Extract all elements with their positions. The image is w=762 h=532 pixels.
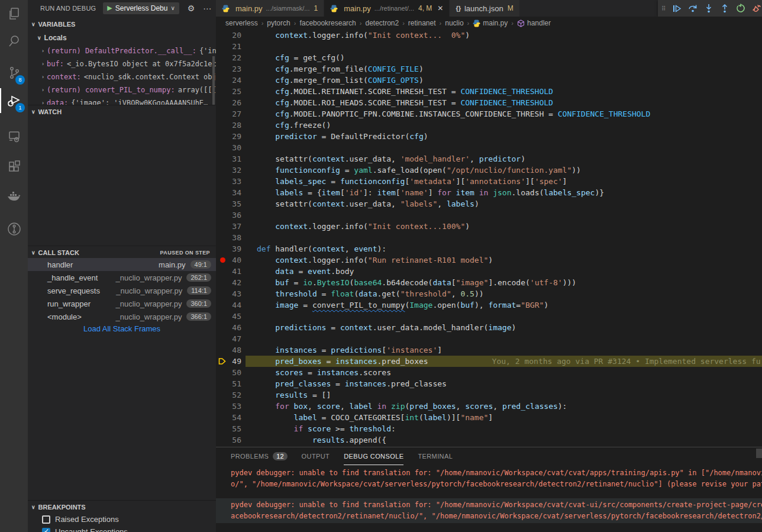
docker-icon[interactable] <box>0 183 28 211</box>
code-line-37[interactable]: 37context.logger.info("Init context...10… <box>216 221 762 232</box>
explorer-icon[interactable] <box>0 0 28 27</box>
code-line-27[interactable]: 27cfg.MODEL.PANOPTIC_FPN.COMBINE.INSTANC… <box>216 108 762 120</box>
expand-chevron-icon[interactable]: › <box>42 100 44 105</box>
breadcrumb-item[interactable]: detectron2 <box>365 19 399 27</box>
code-line-38[interactable]: 38 <box>216 232 762 243</box>
code-line-23[interactable]: 23cfg.merge_from_file(CONFIG_FILE) <box>216 63 762 75</box>
debug-console-output[interactable]: pydev debugger: unable to find translati… <box>216 466 762 532</box>
breadcrumb-item[interactable]: handler <box>517 19 551 27</box>
code-line-22[interactable]: 22cfg = get_cfg() <box>216 52 762 63</box>
code-line-26[interactable]: 26cfg.MODEL.ROI_HEADS.SCORE_THRESH_TEST … <box>216 97 762 108</box>
code-line-44[interactable]: 44image = convert_PIL_to_numpy(Image.ope… <box>216 299 762 311</box>
breadcrumb-item[interactable]: retinanet <box>408 19 436 27</box>
code-line-41[interactable]: 41data = event.body <box>216 266 762 277</box>
panel-tab-terminal[interactable]: TERMINAL <box>418 447 453 465</box>
run-and-debug-icon[interactable]: 1 <box>0 87 28 114</box>
source-control-icon[interactable]: 8 <box>0 59 28 86</box>
call-stack-frame[interactable]: run_wrapper_nuclio_wrapper.py360:1 <box>28 297 216 310</box>
expand-chevron-icon[interactable]: › <box>42 87 44 93</box>
expand-chevron-icon[interactable]: › <box>42 48 44 54</box>
breadcrumb-item[interactable]: pytorch <box>267 19 290 27</box>
code-line-28[interactable]: 28cfg.freeze() <box>216 120 762 131</box>
breadcrumb-item[interactable]: main.py <box>473 19 508 27</box>
variable-row[interactable]: ›(return) DefaultPredictor.__call__:{'in… <box>28 44 216 57</box>
start-debug-icon[interactable]: ▶ <box>107 4 112 12</box>
breakpoint-row[interactable]: Uncaught Exceptions <box>28 525 216 532</box>
breakpoint-row[interactable]: Raised Exceptions <box>28 513 216 525</box>
restart-button[interactable] <box>735 3 746 14</box>
code-line-54[interactable]: 54label = COCO_CATEGORIES[int(label)]["n… <box>216 412 762 423</box>
code-line-20[interactable]: 20context.logger.info("Init context... 0… <box>216 30 762 41</box>
call-stack-frame[interactable]: handlermain.py49:1 <box>28 258 216 271</box>
toolbar-grip-handle[interactable]: ⠿ <box>661 5 666 12</box>
panel-tab-debug-console[interactable]: DEBUG CONSOLE <box>344 447 403 465</box>
code-line-40[interactable]: 40context.logger.info("Run retinanet-R10… <box>216 254 762 266</box>
code-line-34[interactable]: 34labels = {item['id']: item['name'] for… <box>216 187 762 198</box>
code-line-50[interactable]: 50scores = instances.scores <box>216 367 762 378</box>
code-line-45[interactable]: 45 <box>216 311 762 322</box>
gitlens-icon[interactable] <box>0 215 28 243</box>
expand-chevron-icon[interactable]: › <box>42 74 44 80</box>
gear-icon[interactable]: ⚙ <box>188 4 195 13</box>
code-line-39[interactable]: 39def handler(context, event): <box>216 243 762 254</box>
code-line-33[interactable]: 33labels_spec = functionconfig['metadata… <box>216 176 762 187</box>
variable-row[interactable]: ›data:{'image': 'iVBORw0KGgoAAAANSUhE… <box>28 96 216 105</box>
code-line-46[interactable]: 46predictions = context.user_data.model_… <box>216 322 762 333</box>
launch-config-dropdown[interactable]: ▶ Serverless Debu ∨ <box>103 2 179 14</box>
console-message[interactable]: pydev debugger: unable to find translati… <box>216 498 762 523</box>
call-stack-section-header[interactable]: ∨ CALL STACK PAUSED ON STEP <box>28 246 216 259</box>
variable-row[interactable]: ›context:<nuclio_sdk.context.Context obj… <box>28 70 216 83</box>
code-line-32[interactable]: 32functionconfig = yaml.safe_load(open("… <box>216 165 762 176</box>
code-line-42[interactable]: 42buf = io.BytesIO(base64.b64decode(data… <box>216 277 762 288</box>
breadcrumb-item[interactable]: nuclio <box>445 19 463 27</box>
breakpoints-section-header[interactable]: ∨ BREAKPOINTS <box>28 501 216 514</box>
editor-tab-main.py[interactable]: main.py.../retinanet/...4, M✕ <box>324 0 450 17</box>
code-line-36[interactable]: 36 <box>216 209 762 221</box>
code-line-51[interactable]: 51pred_classes = instances.pred_classes <box>216 378 762 389</box>
code-line-43[interactable]: 43threshold = float(data.get("threshold"… <box>216 288 762 299</box>
code-line-49[interactable]: 49pred_boxes = instances.pred_boxesYou, … <box>216 356 762 367</box>
code-line-21[interactable]: 21 <box>216 41 762 52</box>
more-actions-icon[interactable]: ··· <box>203 4 211 13</box>
code-line-48[interactable]: 48instances = predictions['instances'] <box>216 344 762 356</box>
call-stack-frame[interactable]: serve_requests_nuclio_wrapper.py114:1 <box>28 284 216 297</box>
step-into-button[interactable] <box>703 3 714 14</box>
remote-explorer-icon[interactable] <box>0 122 28 150</box>
variable-row[interactable]: ›buf:<_io.BytesIO object at 0x7f5a2dc1ec… <box>28 57 216 70</box>
code-line-55[interactable]: 55if score >= threshold: <box>216 423 762 434</box>
extensions-icon[interactable] <box>0 153 28 180</box>
close-icon[interactable]: ✕ <box>437 4 443 12</box>
panel-scrollbar[interactable] <box>756 449 762 458</box>
variables-section-header[interactable]: ∨ VARIABLES <box>28 18 216 31</box>
code-line-47[interactable]: 47 <box>216 333 762 344</box>
console-message[interactable]: pydev debugger: unable to find translati… <box>216 466 762 491</box>
step-out-button[interactable] <box>719 3 730 14</box>
code-line-24[interactable]: 24cfg.merge_from_list(CONFIG_OPTS) <box>216 75 762 86</box>
code-line-31[interactable]: 31setattr(context.user_data, 'model_hand… <box>216 153 762 165</box>
call-stack-frame[interactable]: _handle_event_nuclio_wrapper.py262:1 <box>28 271 216 284</box>
editor-tab-main.py[interactable]: main.py.../siammask/...1 <box>216 0 324 17</box>
expand-chevron-icon[interactable]: › <box>42 61 44 67</box>
breakpoint-checkbox[interactable] <box>42 515 50 524</box>
search-icon[interactable] <box>0 27 28 54</box>
watch-section-header[interactable]: ∨ WATCH <box>28 105 216 118</box>
call-stack-frame[interactable]: <module>_nuclio_wrapper.py366:1 <box>28 310 216 323</box>
code-line-30[interactable]: 30 <box>216 142 762 153</box>
code-line-56[interactable]: 56results.append({ <box>216 434 762 446</box>
code-line-53[interactable]: 53for box, score, label in zip(pred_boxe… <box>216 401 762 412</box>
breadcrumb-item[interactable]: serverless <box>225 19 258 27</box>
code-editor[interactable]: 20context.logger.info("Init context... 0… <box>216 30 762 447</box>
code-line-29[interactable]: 29predictor = DefaultPredictor(cfg) <box>216 131 762 142</box>
sidebar-scrollbar[interactable] <box>212 56 215 105</box>
code-line-52[interactable]: 52results = [] <box>216 389 762 401</box>
panel-tab-output[interactable]: OUTPUT <box>302 447 330 465</box>
step-over-button[interactable] <box>687 3 698 14</box>
continue-button[interactable] <box>671 3 682 14</box>
code-line-35[interactable]: 35setattr(context.user_data, "labels", l… <box>216 198 762 209</box>
variable-row[interactable]: ›(return) convert_PIL_to_numpy:array([[[… <box>28 83 216 96</box>
disconnect-button[interactable] <box>751 3 762 14</box>
locals-group[interactable]: ∨ Locals <box>28 31 216 44</box>
load-all-stack-frames-link[interactable]: Load All Stack Frames <box>28 323 216 336</box>
editor-tab-launch.json[interactable]: {}launch.jsonM <box>450 0 519 17</box>
breakpoint-checkbox[interactable] <box>42 528 50 532</box>
